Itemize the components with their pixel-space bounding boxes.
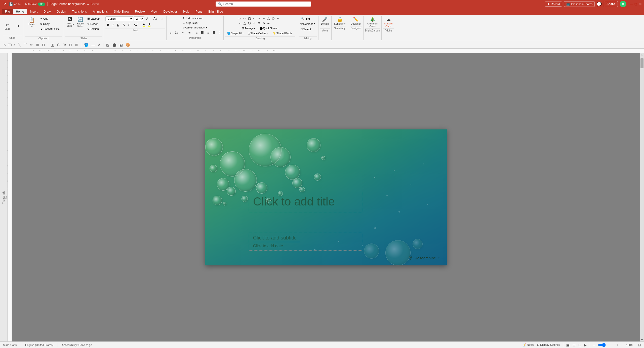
slide-logo[interactable]: ⚛ ResearchInc. ▾ (408, 255, 439, 261)
shape-rect[interactable]: □ (237, 16, 242, 21)
find-button[interactable]: 🔍Find (299, 16, 312, 21)
draw-connect2-btn[interactable]: ⬤ (111, 42, 118, 48)
slide-title[interactable]: Click to add title (249, 191, 362, 213)
columns-btn[interactable]: ⫿ (217, 30, 222, 35)
shape-s3[interactable]: ☆ (252, 21, 256, 25)
shape-fill-button[interactable]: 🪣Shape Fill▾ (225, 31, 245, 36)
slide[interactable]: Click to add title Click to add subtitle… (205, 129, 447, 265)
italic-btn[interactable]: I (111, 22, 115, 27)
shape-effects-button[interactable]: ✨Shape Effects▾ (270, 31, 295, 36)
record-button[interactable]: ⏺ Record (545, 2, 562, 7)
designer-button[interactable]: ✏️ Designer (350, 16, 362, 26)
tab-home[interactable]: Home (13, 9, 27, 14)
quick-styles-button[interactable]: ⬤Quick Styles▾ (258, 26, 280, 31)
slide-sorter-btn[interactable]: ⊞ (573, 343, 576, 347)
tab-file[interactable]: File (2, 9, 13, 14)
draw-3d-btn[interactable]: ⬡ (56, 42, 61, 48)
tab-slideshow[interactable]: Slide Show (111, 9, 132, 14)
align-center-btn[interactable]: ☰ (199, 30, 205, 35)
tab-design[interactable]: Design (54, 9, 69, 14)
clear-format-btn[interactable]: ✕ (159, 16, 165, 21)
draw-group-btn[interactable]: ⊞ (35, 42, 40, 48)
language-status[interactable]: English (United States) (25, 343, 54, 346)
fit-slide-btn[interactable]: ⊡ (638, 343, 641, 347)
select-button[interactable]: ⊡Select▾ (299, 27, 314, 31)
user-avatar[interactable]: O (620, 1, 626, 7)
underline-btn[interactable]: U (115, 22, 121, 27)
draw-morph-btn[interactable]: ⬕ (118, 42, 124, 48)
format-painter-button[interactable]: 🖌Format Painter (38, 27, 62, 31)
zoom-level[interactable]: 100% (626, 343, 635, 346)
undo-button[interactable]: ↩ Undo (3, 21, 12, 31)
paste-button[interactable]: 📋 Paste ▾ (25, 16, 38, 29)
font-family-select[interactable]: Calibri (105, 16, 133, 21)
reset-button[interactable]: ↺Reset (86, 21, 102, 26)
shape-s2[interactable]: ⬡ (247, 21, 252, 25)
decrease-indent-btn[interactable]: ⇤ (180, 30, 186, 35)
char-spacing-btn[interactable]: AV (132, 22, 139, 27)
scroll-thumb[interactable] (640, 58, 643, 68)
reading-view-btn[interactable]: □ (579, 343, 581, 347)
shape-more[interactable]: ▾ (237, 21, 242, 25)
creative-cloud-button[interactable]: ☁ CreativeCloud (383, 16, 394, 28)
text-direction-btn[interactable]: ⇕ Text Direction ▾ (181, 16, 204, 20)
highlight-color-btn[interactable]: A (147, 22, 152, 28)
justify-btn[interactable]: ☰ (211, 30, 217, 35)
reuse-slides-button[interactable]: 🔄 ReuseSlides (75, 16, 85, 28)
section-button[interactable]: §Section▾ (86, 27, 102, 31)
draw-crop-btn[interactable]: ⊡ (68, 42, 73, 48)
maximize-button[interactable]: □ (635, 2, 637, 6)
tab-animations[interactable]: Animations (90, 9, 111, 14)
draw-ellipse-btn[interactable]: ○ (12, 42, 17, 48)
draw-ungroup-btn[interactable]: ⊟ (41, 42, 46, 48)
bullets-btn[interactable]: ≡ (168, 30, 173, 35)
slideshow-btn[interactable]: ▶ (584, 343, 587, 347)
shape-arrow[interactable]: → (261, 16, 266, 21)
shape-s5[interactable]: ⊖ (261, 21, 266, 25)
replace-button[interactable]: ⟳Replace▾ (299, 21, 317, 26)
christmas-cards-button[interactable]: 🎄 ChristmasCards (366, 16, 379, 28)
zoom-out-btn[interactable]: − (593, 343, 595, 347)
redo-quick-btn[interactable]: ↪ (18, 2, 21, 6)
search-input[interactable] (223, 2, 309, 6)
tab-insert[interactable]: Insert (27, 9, 41, 14)
comments-icon[interactable]: 💬 (597, 2, 602, 7)
tab-help[interactable]: Help (180, 9, 192, 14)
align-text-btn[interactable]: ↔ Align Text ▾ (181, 21, 200, 25)
canvas-area[interactable]: Click to add title Click to add subtitle… (12, 53, 640, 341)
tab-view[interactable]: View (148, 9, 160, 14)
slide-subtitle-area[interactable]: Click to add subtitle Click to add date (249, 233, 362, 251)
dictate-button[interactable]: 🎤 Dictate ▾ (320, 16, 330, 28)
arrange-button[interactable]: ⊞Arrange▾ (240, 26, 257, 31)
draw-shadow2-btn[interactable]: ▧ (105, 42, 111, 48)
align-right-btn[interactable]: ≡ (206, 30, 211, 35)
draw-align-btn[interactable]: ⊞ (74, 42, 79, 48)
shape-pentagon[interactable]: ⬠ (271, 16, 275, 21)
undo-quick-btn[interactable]: ↩ (14, 2, 17, 6)
draw-shadow-btn[interactable]: ◫ (50, 42, 55, 48)
copy-button[interactable]: ⧉Copy (38, 21, 62, 26)
scroll-down-btn[interactable]: ▼ (640, 339, 644, 341)
numbering-btn[interactable]: 1≡ (173, 30, 180, 35)
convert-smartart-btn[interactable]: ⟳ Convert to SmartArt ▾ (181, 26, 209, 30)
zoom-slider[interactable] (598, 343, 618, 347)
draw-colorpicker-btn[interactable]: 🎨 (125, 42, 131, 48)
shape-round-rect[interactable]: ▢ (247, 16, 252, 21)
shape-parallelogram[interactable]: ▱ (252, 16, 256, 21)
minimize-button[interactable]: ─ (630, 2, 633, 6)
tab-pens[interactable]: Pens (192, 9, 205, 14)
sensitivity-button[interactable]: 🔒 Sensitivity (333, 16, 346, 26)
search-bar[interactable]: 🔍 (216, 2, 311, 7)
redo-button[interactable]: ↪ (13, 23, 22, 29)
zoom-in-btn[interactable]: + (621, 343, 623, 347)
normal-view-btn[interactable]: ▣ (566, 343, 570, 347)
save-quick-btn[interactable]: 💾 (9, 2, 13, 6)
draw-freeform-btn[interactable]: ✏ (29, 42, 34, 48)
draw-font-color-btn[interactable]: A (97, 42, 101, 48)
tab-developer[interactable]: Developer (160, 9, 180, 14)
scroll-up-btn[interactable]: ▲ (640, 53, 644, 56)
new-slide-button[interactable]: 🖼 NewSlide▾ (65, 16, 75, 28)
shape-circle[interactable]: ○ (257, 16, 261, 21)
display-settings-btn[interactable]: ⊞ Display Settings (537, 343, 560, 346)
draw-rotate-btn[interactable]: ↻ (62, 42, 67, 48)
